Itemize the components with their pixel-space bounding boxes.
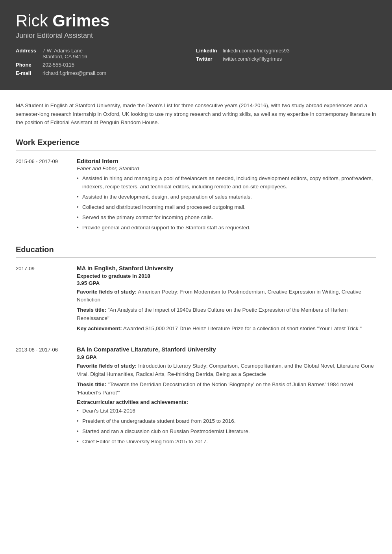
edu-entry-1: 2013-08 - 2017-06 BA in Comparative Lita… xyxy=(16,346,376,448)
phone-value: 202-555-0115 xyxy=(43,62,74,68)
edu-extracurricular-label-1: Extracurricular activities and achieveme… xyxy=(77,399,376,405)
work-date-0: 2015-06 - 2017-09 xyxy=(16,158,77,234)
header: Rick Grimes Junior Editorial Assistant A… xyxy=(0,0,392,90)
edu-favorite-label-1: Favorite fields of study: xyxy=(77,363,137,369)
edu-gpa-1: 3.9 GPA xyxy=(77,354,376,360)
edu-date-0: 2017-09 xyxy=(16,265,77,335)
edu-thesis-value-0: "An Analysis of the Impact of 1940s Blue… xyxy=(77,307,348,321)
edu-date-1: 2013-08 - 2017-06 xyxy=(16,346,77,448)
edu-expected-0: Expected to graduate in 2018 xyxy=(77,273,376,279)
edu-extra-bullet-1-1: President of the undergraduate student b… xyxy=(77,417,376,426)
edu-degree-1: BA in Comparative Litarature, Stanford U… xyxy=(77,346,376,353)
edu-favorite-label-0: Favorite fields of study: xyxy=(77,289,137,295)
edu-gpa-0: 3.95 GPA xyxy=(77,280,376,286)
header-title: Junior Editorial Assistant xyxy=(16,32,376,40)
edu-achievement-0: Key achievement: Awarded $15,000 2017 Dr… xyxy=(77,325,376,333)
work-company-0: Faber and Faber, Stanford xyxy=(77,165,376,171)
contact-left: Address 7 W. Adams Lane Stanford, CA 941… xyxy=(16,48,196,78)
linkedin-label: LinkedIn xyxy=(196,48,220,54)
work-title-0: Editorial Intern xyxy=(77,158,376,164)
address-item: Address 7 W. Adams Lane Stanford, CA 941… xyxy=(16,48,196,59)
address-label: Address xyxy=(16,48,39,54)
address-value: 7 W. Adams Lane Stanford, CA 94116 xyxy=(43,48,87,59)
edu-thesis-value-1: "Towards the Derridian Decostruction of … xyxy=(77,381,353,396)
edu-body-0: MA in English, Stanford University Expec… xyxy=(77,265,376,335)
main-content: MA Student in English at Stanford Univer… xyxy=(0,90,392,470)
address-line1: 7 W. Adams Lane xyxy=(43,48,83,54)
edu-extracurricular-bullets-1: Dean's List 2014-2016 President of the u… xyxy=(77,407,376,446)
last-name: Grimes xyxy=(52,11,109,30)
linkedin-value: linkedin.com/in/rickygrimes93 xyxy=(223,48,290,54)
work-experience-section: Work Experience 2015-06 - 2017-09 Editor… xyxy=(16,138,376,234)
summary: MA Student in English at Stanford Univer… xyxy=(16,101,376,127)
first-name: Rick xyxy=(16,11,52,30)
edu-thesis-1: Thesis title: "Towards the Derridian Dec… xyxy=(77,381,376,397)
work-body-0: Editorial Intern Faber and Faber, Stanfo… xyxy=(77,158,376,234)
education-section: Education 2017-09 MA in English, Stanfor… xyxy=(16,245,376,448)
edu-extra-bullet-1-3: Chief Editor of the University Blog from… xyxy=(77,438,376,446)
work-experience-title: Work Experience xyxy=(16,138,376,151)
work-bullet-0-0: Assisted in hiring and managing a pool o… xyxy=(77,175,376,191)
edu-achievement-value-0: Awarded $15,000 2017 Drue Heinz Literatu… xyxy=(122,325,362,331)
work-bullet-0-1: Assisted in the development, design, and… xyxy=(77,193,376,201)
edu-favorite-0: Favorite fields of study: American Poetr… xyxy=(77,288,376,305)
edu-favorite-1: Favorite fields of study: Introduction t… xyxy=(77,362,376,379)
education-title: Education xyxy=(16,245,376,258)
address-line2: Stanford, CA 94116 xyxy=(43,54,87,59)
twitter-label: Twitter xyxy=(196,56,220,62)
work-entry-0: 2015-06 - 2017-09 Editorial Intern Faber… xyxy=(16,158,376,234)
edu-extra-bullet-1-2: Started and ran a discussion club on Rus… xyxy=(77,428,376,436)
email-label: E-mail xyxy=(16,70,39,76)
work-bullet-0-3: Served as the primary contact for incomi… xyxy=(77,214,376,222)
linkedin-item: LinkedIn linkedin.com/in/rickygrimes93 xyxy=(196,48,376,54)
edu-thesis-label-0: Thesis title: xyxy=(77,307,106,313)
edu-degree-0: MA in English, Stanford University xyxy=(77,265,376,271)
twitter-value: twitter.com/rickyfillygrimes xyxy=(223,56,282,62)
header-contact: Address 7 W. Adams Lane Stanford, CA 941… xyxy=(16,48,376,78)
edu-body-1: BA in Comparative Litarature, Stanford U… xyxy=(77,346,376,448)
phone-item: Phone 202-555-0115 xyxy=(16,62,196,68)
work-bullet-0-4: Provide general and editorial support to… xyxy=(77,224,376,232)
work-bullet-0-2: Collected and distributed incoming mail … xyxy=(77,203,376,212)
email-item: E-mail richard.f.grimes@gmail.com xyxy=(16,70,196,76)
email-value: richard.f.grimes@gmail.com xyxy=(43,70,106,76)
edu-achievement-label-0: Key achievement: xyxy=(77,325,122,331)
edu-thesis-label-1: Thesis title: xyxy=(77,381,106,387)
contact-right: LinkedIn linkedin.com/in/rickygrimes93 T… xyxy=(196,48,376,78)
work-bullets-0: Assisted in hiring and managing a pool o… xyxy=(77,175,376,232)
edu-extra-bullet-1-0: Dean's List 2014-2016 xyxy=(77,407,376,415)
edu-thesis-0: Thesis title: "An Analysis of the Impact… xyxy=(77,306,376,323)
twitter-item: Twitter twitter.com/rickyfillygrimes xyxy=(196,56,376,62)
header-name: Rick Grimes xyxy=(16,12,376,30)
edu-entry-0: 2017-09 MA in English, Stanford Universi… xyxy=(16,265,376,335)
phone-label: Phone xyxy=(16,62,39,68)
